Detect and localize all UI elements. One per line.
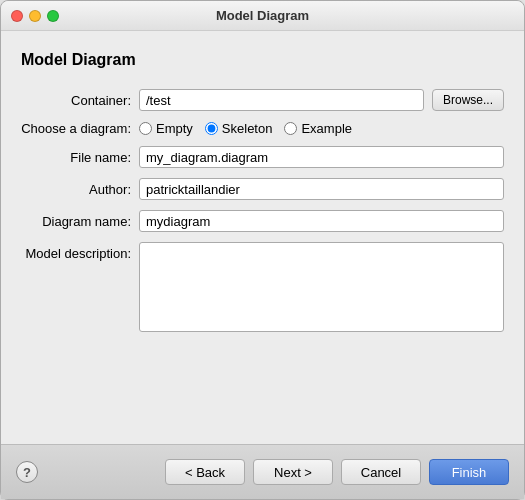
- author-label: Author:: [21, 182, 131, 197]
- finish-button[interactable]: Finish: [429, 459, 509, 485]
- title-bar: Model Diagram: [1, 1, 524, 31]
- radio-option-empty[interactable]: Empty: [139, 121, 193, 136]
- filename-row: File name:: [21, 146, 504, 168]
- container-input[interactable]: [139, 89, 424, 111]
- page-title: Model Diagram: [21, 51, 504, 69]
- footer-left: ?: [16, 461, 38, 483]
- radio-skeleton-label: Skeleton: [222, 121, 273, 136]
- help-button[interactable]: ?: [16, 461, 38, 483]
- radio-option-skeleton[interactable]: Skeleton: [205, 121, 273, 136]
- container-label: Container:: [21, 93, 131, 108]
- form-area: Container: Browse... Choose a diagram: E…: [21, 89, 504, 434]
- author-input[interactable]: [139, 178, 504, 200]
- model-desc-textarea[interactable]: [139, 242, 504, 332]
- diagram-name-row: Diagram name:: [21, 210, 504, 232]
- diagram-type-row: Choose a diagram: Empty Skeleton Example: [21, 121, 504, 136]
- window-title: Model Diagram: [1, 8, 524, 23]
- radio-example-label: Example: [301, 121, 352, 136]
- filename-input[interactable]: [139, 146, 504, 168]
- browse-button[interactable]: Browse...: [432, 89, 504, 111]
- radio-empty-label: Empty: [156, 121, 193, 136]
- content-area: Model Diagram Container: Browse... Choos…: [1, 31, 524, 444]
- diagram-name-label: Diagram name:: [21, 214, 131, 229]
- radio-option-example[interactable]: Example: [284, 121, 352, 136]
- minimize-button[interactable]: [29, 10, 41, 22]
- cancel-button[interactable]: Cancel: [341, 459, 421, 485]
- radio-skeleton[interactable]: [205, 122, 218, 135]
- container-row: Container: Browse...: [21, 89, 504, 111]
- close-button[interactable]: [11, 10, 23, 22]
- back-button[interactable]: < Back: [165, 459, 245, 485]
- footer-buttons: < Back Next > Cancel Finish: [165, 459, 509, 485]
- radio-empty[interactable]: [139, 122, 152, 135]
- radio-example[interactable]: [284, 122, 297, 135]
- model-desc-label: Model description:: [21, 242, 131, 261]
- filename-label: File name:: [21, 150, 131, 165]
- footer: ? < Back Next > Cancel Finish: [1, 444, 524, 499]
- diagram-type-label: Choose a diagram:: [21, 121, 131, 136]
- radio-group: Empty Skeleton Example: [139, 121, 352, 136]
- author-row: Author:: [21, 178, 504, 200]
- dialog-window: Model Diagram Model Diagram Container: B…: [0, 0, 525, 500]
- maximize-button[interactable]: [47, 10, 59, 22]
- next-button[interactable]: Next >: [253, 459, 333, 485]
- model-desc-row: Model description:: [21, 242, 504, 332]
- diagram-name-input[interactable]: [139, 210, 504, 232]
